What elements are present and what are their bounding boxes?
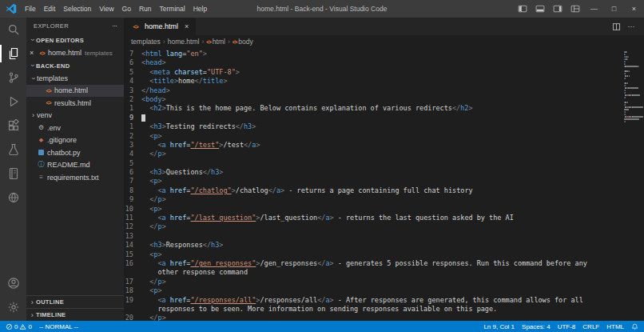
code-line[interactable]: 5 <meta charset="UTF-8"> xyxy=(124,68,623,77)
code-line[interactable]: 9 xyxy=(124,114,623,122)
toggle-secondary-sidebar-icon[interactable] xyxy=(549,0,566,18)
breadcrumb-home-html[interactable]: home.html xyxy=(168,38,200,46)
minimize-icon[interactable]: — xyxy=(584,0,604,18)
file-templates[interactable]: ›templates xyxy=(26,72,124,85)
close-tab-icon[interactable]: × xyxy=(185,22,189,30)
code-line[interactable]: 15 <p> xyxy=(124,250,623,259)
status-crlf[interactable]: CRLF xyxy=(582,323,599,330)
code-line[interactable]: 14 <h3>Responses</h3> xyxy=(124,241,623,250)
outline-label: OUTLINE xyxy=(36,298,64,306)
code-line[interactable]: 13 xyxy=(124,232,623,241)
file-results-html[interactable]: <>results.html xyxy=(26,97,124,110)
code-line[interactable]: 19 <a href="/responses/all">/responses/a… xyxy=(124,296,623,305)
close-icon[interactable]: × xyxy=(624,0,644,18)
file-gitignore[interactable]: ◆.gitignore xyxy=(26,134,124,147)
account-icon[interactable] xyxy=(0,271,26,295)
search-icon[interactable] xyxy=(0,18,26,42)
code-line[interactable]: 12 </p> xyxy=(124,222,623,231)
code-line[interactable]: responses to be seen. More information o… xyxy=(124,305,623,314)
code-text: <html lang="en"> xyxy=(141,50,207,58)
code-line[interactable]: 6 <h3>Questions</h3> xyxy=(124,168,623,177)
code-text: <a href="/gen_responses">/gen_responses<… xyxy=(141,259,587,268)
remote-explorer-icon[interactable] xyxy=(0,186,26,210)
code-line[interactable]: 1 <h2>This is the home page. Below conta… xyxy=(124,104,623,113)
minimap[interactable] xyxy=(623,48,644,321)
code-line[interactable]: 18 <p> xyxy=(124,286,623,295)
open-editors-header[interactable]: › OPEN EDITORS xyxy=(26,34,124,46)
code-line[interactable]: 5 xyxy=(124,159,623,168)
notifications-bell-icon[interactable] xyxy=(631,323,638,330)
run-debug-icon[interactable] xyxy=(0,90,26,114)
breadcrumb-html[interactable]: <>html xyxy=(206,38,225,46)
code-line[interactable]: 8 <a href="/chatlog">/chatlog</a> - retu… xyxy=(124,186,623,195)
status-html[interactable]: HTML xyxy=(606,323,624,330)
code-line[interactable]: 2<body> xyxy=(124,95,623,104)
code-line[interactable]: 17 </p> xyxy=(124,278,623,286)
code-line[interactable]: 3</head> xyxy=(124,86,623,95)
explorer-icon[interactable] xyxy=(0,42,26,66)
minimap-line xyxy=(625,66,637,67)
code-line[interactable]: other response command xyxy=(124,268,623,277)
extensions-icon[interactable] xyxy=(0,114,26,138)
file-home-html[interactable]: <>home.html xyxy=(26,85,124,98)
file-chatbot-py[interactable]: chatbot.py xyxy=(26,146,124,159)
menu-selection[interactable]: Selection xyxy=(59,0,95,18)
more-actions-icon[interactable]: ··· xyxy=(625,20,638,33)
breadcrumb-templates[interactable]: templates xyxy=(131,38,161,46)
code-line[interactable]: 7<html lang="en"> xyxy=(124,50,623,58)
status-utf-8[interactable]: UTF-8 xyxy=(558,323,576,330)
testing-icon[interactable] xyxy=(0,138,26,162)
code-line[interactable]: 1 <h3>Testing redirects</h3> xyxy=(124,122,623,131)
file-venv[interactable]: ›venv xyxy=(26,110,124,122)
outline-header[interactable]: › OUTLINE xyxy=(26,295,124,308)
source-control-icon[interactable] xyxy=(0,66,26,90)
toggle-panel-icon[interactable] xyxy=(531,0,549,18)
file-readme-md[interactable]: ⓘREADME.md xyxy=(26,159,124,172)
editor-pane[interactable]: 7<html lang="en">6<head>5 <meta charset=… xyxy=(124,48,644,321)
status-ln-9-col-1[interactable]: Ln 9, Col 1 xyxy=(483,323,515,330)
html-file-icon: <> xyxy=(38,50,46,56)
menu-terminal[interactable]: Terminal xyxy=(156,0,189,18)
code-line[interactable]: 6<head> xyxy=(124,58,623,67)
menu-view[interactable]: View xyxy=(95,0,117,18)
line-number: 4 xyxy=(124,150,138,158)
tab-home-html[interactable]: <> home.html × xyxy=(124,18,196,35)
menu-run[interactable]: Run xyxy=(135,0,156,18)
menu-go[interactable]: Go xyxy=(118,0,135,18)
menu-file[interactable]: File xyxy=(21,0,40,18)
code-line[interactable]: 7 <p> xyxy=(124,177,623,186)
timeline-header[interactable]: › TIMELINE xyxy=(26,308,124,321)
code-text: </p> xyxy=(141,222,166,231)
file-label: templates xyxy=(37,74,68,82)
file-requirements-txt[interactable]: ≡requirements.txt xyxy=(26,171,124,184)
line-number: 12 xyxy=(124,222,138,231)
close-editor-icon[interactable]: × xyxy=(30,49,38,57)
code-text: <a href="/last_question">/last_question<… xyxy=(141,214,514,222)
toggle-sidebar-icon[interactable] xyxy=(514,0,531,18)
code-line[interactable]: 3 <a href="/test">/test</a> xyxy=(124,141,623,150)
code-text: <p> xyxy=(141,250,162,259)
open-editor-home-html[interactable]: × <> home.html templates xyxy=(26,46,124,59)
code-line[interactable]: 2 <p> xyxy=(124,132,623,141)
code-line[interactable]: 9 </p> xyxy=(124,195,623,204)
customize-layout-icon[interactable] xyxy=(566,0,584,18)
menu-edit[interactable]: Edit xyxy=(40,0,60,18)
explorer-actions-icon[interactable]: ··· xyxy=(112,22,117,30)
code-line[interactable]: 11 <a href="/last_question">/last_questi… xyxy=(124,214,623,222)
settings-icon[interactable] xyxy=(0,295,26,319)
code-line[interactable]: 16 <a href="/gen_responses">/gen_respons… xyxy=(124,259,623,268)
code-line[interactable]: 4 <title>home</title> xyxy=(124,77,623,86)
menu-help[interactable]: Help xyxy=(189,0,211,18)
problems-indicator[interactable]: 0 0 xyxy=(6,323,32,330)
html-file-icon: <> xyxy=(44,100,53,106)
workspace-header[interactable]: › BACK-END xyxy=(26,59,124,72)
status-spaces-4[interactable]: Spaces: 4 xyxy=(522,323,551,330)
file-env[interactable]: ⚙.env xyxy=(26,122,124,134)
split-editor-icon[interactable] xyxy=(610,20,622,33)
code-line[interactable]: 10 <p> xyxy=(124,205,623,214)
code-line[interactable]: 4 </p> xyxy=(124,150,623,158)
notebook-icon[interactable] xyxy=(0,162,26,186)
breadcrumb-body[interactable]: <>body xyxy=(233,38,253,46)
maximize-icon[interactable]: □ xyxy=(604,0,624,18)
code-line[interactable]: 20 </p> xyxy=(124,314,623,321)
